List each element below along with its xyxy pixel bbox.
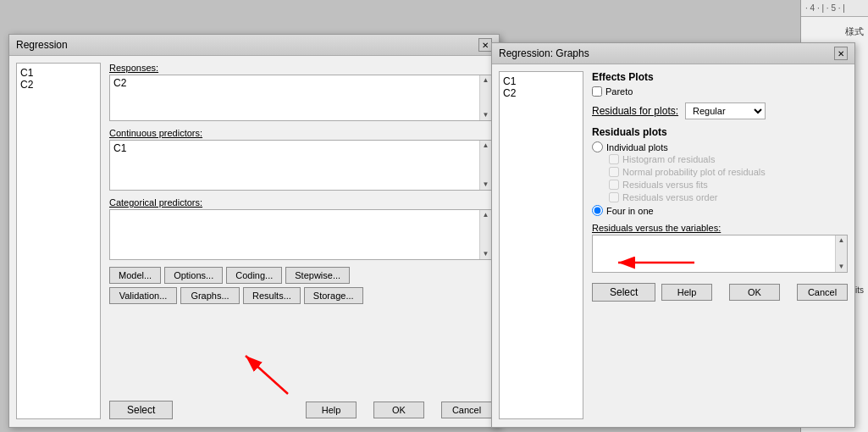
responses-box[interactable]: C2 ▲ ▼ — [109, 75, 492, 121]
graphs-body: C1 C2 Effects Plots Pareto Residuals for… — [492, 64, 854, 426]
individual-plots-label: Individual plots — [606, 142, 668, 152]
regression-dialog: Regression ✕ C1 C2 Responses: C2 ▲ ▼ — [8, 34, 500, 428]
residuals-plots-label: Residuals plots — [592, 126, 848, 138]
graphs-ok-button[interactable]: OK — [729, 284, 780, 301]
graphs-bottom-bar: Select Help OK Cancel — [592, 280, 848, 302]
residuals-for-plots-label: Residuals for plots: — [592, 105, 678, 117]
scroll-down-icon[interactable]: ▼ — [483, 180, 489, 189]
residuals-vars-scrollbar[interactable]: ▲ ▼ — [835, 235, 847, 272]
regression-select-button[interactable]: Select — [109, 401, 173, 419]
scroll-up-icon[interactable]: ▲ — [483, 141, 489, 150]
regression-body: C1 C2 Responses: C2 ▲ ▼ Continuous predi… — [9, 56, 499, 426]
regression-title: Regression — [16, 39, 68, 51]
scroll-down-icon[interactable]: ▼ — [483, 111, 489, 119]
residuals-order-label: Residuals versus order — [622, 192, 718, 202]
regression-cancel-button[interactable]: Cancel — [441, 402, 492, 418]
residuals-vars-box[interactable]: ▲ ▼ — [592, 235, 848, 273]
pareto-label: Pareto — [605, 86, 633, 97]
graphs-help-button[interactable]: Help — [661, 284, 712, 301]
residuals-fits-row: Residuals versus fits — [609, 180, 848, 190]
graphs-right-panel: Effects Plots Pareto Residuals for plots… — [592, 71, 848, 419]
effects-plots-label: Effects Plots — [592, 71, 848, 83]
individual-plots-row: Individual plots — [592, 141, 848, 152]
scroll-down-icon[interactable]: ▼ — [483, 250, 489, 258]
normal-prob-label: Normal probability plot of residuals — [622, 167, 766, 177]
normal-prob-checkbox[interactable] — [609, 167, 619, 177]
four-in-one-radio[interactable] — [592, 205, 603, 216]
graphs-var-list: C1 C2 — [499, 71, 583, 419]
residuals-for-plots-row: Residuals for plots: Regular Standardize… — [592, 102, 848, 119]
regression-button-row1: Model... Options... Coding... Stepwise..… — [109, 267, 492, 284]
scroll-up-icon[interactable]: ▲ — [838, 236, 845, 245]
regression-ok-button[interactable]: OK — [373, 402, 424, 418]
results-button[interactable]: Results... — [243, 287, 301, 304]
continuous-scrollbar[interactable]: ▲ ▼ — [479, 141, 491, 190]
storage-button[interactable]: Storage... — [304, 287, 363, 304]
categorical-label: Categorical predictors: — [109, 197, 492, 208]
graphs-dialog: Regression: Graphs ✕ C1 C2 Effects Plots… — [491, 42, 855, 428]
categorical-box[interactable]: ▲ ▼ — [109, 209, 492, 260]
residuals-fits-label: Residuals versus fits — [622, 180, 708, 190]
regression-help-button[interactable]: Help — [306, 402, 357, 418]
regression-right-panel: Responses: C2 ▲ ▼ Continuous predictors:… — [109, 63, 492, 419]
scroll-up-icon[interactable]: ▲ — [483, 76, 489, 85]
normal-prob-row: Normal probability plot of residuals — [609, 167, 848, 177]
coding-button[interactable]: Coding... — [226, 267, 282, 284]
histogram-label: Histogram of residuals — [622, 154, 715, 164]
residuals-radio-group: Individual plots Histogram of residuals … — [592, 141, 848, 218]
regression-button-row2: Validation... Graphs... Results... Stora… — [109, 287, 492, 304]
continuous-group: Continuous predictors: C1 ▲ ▼ — [109, 128, 492, 191]
residuals-vars-label: Residuals versus the variables: — [592, 223, 848, 233]
model-button[interactable]: Model... — [109, 267, 161, 284]
scroll-up-icon[interactable]: ▲ — [483, 211, 489, 219]
individual-plots-radio[interactable] — [592, 141, 603, 152]
sample-text: 様式 — [845, 25, 864, 38]
categorical-group: Categorical predictors: ▲ ▼ — [109, 197, 492, 260]
pareto-checkbox[interactable] — [592, 86, 602, 97]
options-button[interactable]: Options... — [164, 267, 223, 284]
validation-button[interactable]: Validation... — [109, 287, 177, 304]
pareto-row: Pareto — [592, 86, 848, 97]
scroll-down-icon[interactable]: ▼ — [838, 263, 845, 271]
graphs-title: Regression: Graphs — [499, 47, 589, 59]
four-in-one-label: Four in one — [606, 206, 654, 216]
residuals-order-checkbox[interactable] — [609, 192, 619, 202]
residuals-order-row: Residuals versus order — [609, 192, 848, 202]
regression-bottom-bar: Select Help OK Cancel — [109, 397, 492, 419]
continuous-box[interactable]: C1 ▲ ▼ — [109, 140, 492, 191]
graphs-cancel-button[interactable]: Cancel — [797, 284, 848, 301]
graphs-button[interactable]: Graphs... — [180, 287, 240, 304]
ruler: · 4 · | · 5 · | — [801, 0, 868, 17]
four-in-one-row: Four in one — [592, 205, 848, 216]
stepwise-button[interactable]: Stepwise... — [285, 267, 350, 284]
regression-var-list: C1 C2 — [16, 63, 101, 419]
regression-close-button[interactable]: ✕ — [478, 38, 492, 52]
categorical-scrollbar[interactable]: ▲ ▼ — [479, 210, 491, 259]
responses-scrollbar[interactable]: ▲ ▼ — [479, 75, 491, 120]
responses-group: Responses: C2 ▲ ▼ — [109, 63, 492, 121]
graphs-titlebar: Regression: Graphs ✕ — [492, 43, 854, 64]
graphs-select-button[interactable]: Select — [592, 283, 655, 302]
graphs-close-button[interactable]: ✕ — [834, 47, 848, 60]
residuals-fits-checkbox[interactable] — [609, 180, 619, 190]
histogram-row: Histogram of residuals — [609, 154, 848, 164]
regression-titlebar: Regression ✕ — [9, 35, 499, 56]
histogram-checkbox[interactable] — [609, 154, 619, 164]
continuous-label: Continuous predictors: — [109, 128, 492, 138]
residuals-dropdown[interactable]: Regular Standardized Deleted — [685, 102, 766, 119]
responses-label: Responses: — [109, 63, 492, 73]
